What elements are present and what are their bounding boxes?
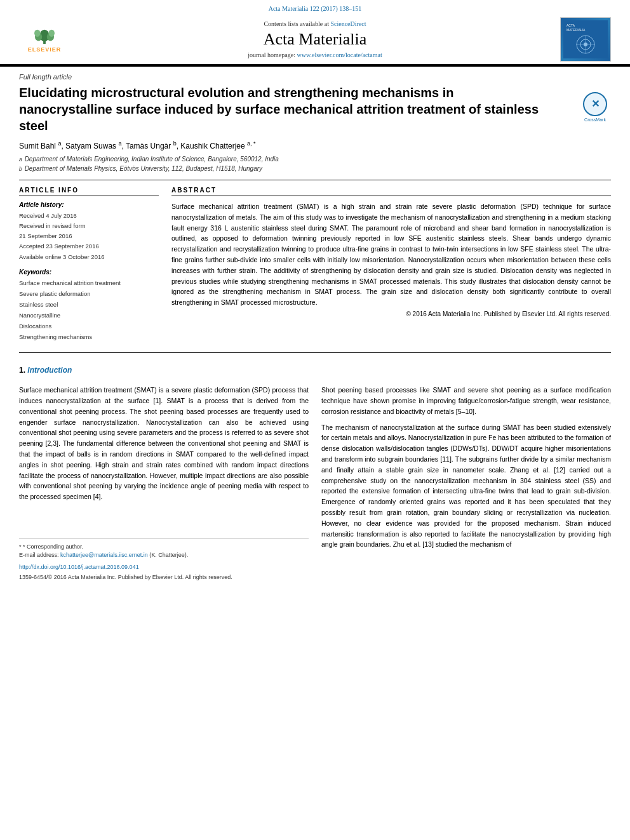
body-section-1: 1. Introduction Surface mechanical attri… [19, 366, 611, 582]
svg-point-4 [34, 30, 40, 37]
svg-text:MATERIALIA: MATERIALIA [566, 28, 586, 32]
elsevier-text: ELSEVIER [28, 46, 62, 53]
affiliation-1: a Department of Materials Engineering, I… [19, 154, 611, 164]
abstract-copyright: © 2016 Acta Materialia Inc. Published by… [171, 310, 611, 317]
section-divider-1 [19, 180, 611, 180]
email-address[interactable]: kchatterjee@materials.iisc.ernet.in [60, 552, 148, 558]
email-label: E-mail address: [19, 552, 59, 558]
keyword-2: Severe plastic deformation [19, 288, 159, 299]
title-crossmark-row: Elucidating microstructural evolution an… [19, 84, 611, 140]
email-footnote: E-mail address: kchatterjee@materials.ii… [19, 551, 309, 560]
svg-text:ACTA: ACTA [566, 23, 575, 27]
author2: Satyam Suwas [65, 142, 116, 150]
affiliations: a Department of Materials Engineering, I… [19, 154, 611, 173]
keyword-5: Dislocations [19, 321, 159, 331]
author4: Kaushik Chatterjee [180, 142, 245, 150]
author3: Tamàs Ungàr [126, 142, 171, 150]
crossmark-label: CrossMark [584, 117, 606, 122]
abstract-col: ABSTRACT Surface mechanical attrition tr… [171, 187, 611, 342]
affil1-super: a [19, 156, 22, 163]
journal-homepage: journal homepage: www.elsevier.com/locat… [76, 51, 554, 58]
intro-heading: Introduction [27, 366, 72, 375]
article-type: Full length article [19, 73, 611, 81]
journal-header: Acta Materialia 122 (2017) 138–151 ELSEV… [0, 0, 630, 65]
keyword-6: Strengthening mechanisms [19, 331, 159, 342]
email-suffix: (K. Chatterjee). [149, 552, 188, 558]
svg-point-5 [49, 30, 55, 37]
info-abstract-cols: ARTICLE INFO Article history: Received 4… [19, 187, 611, 342]
body-left-col: Surface mechanical attrition treatment (… [19, 385, 309, 582]
volume-info-text: Acta Materialia 122 (2017) 138–151 [269, 5, 362, 12]
journal-title-row: ELSEVIER Contents lists available at Sci… [13, 15, 617, 64]
keyword-1: Surface mechanical attrition treatment [19, 277, 159, 288]
body-right-col: Shot peening based processes like SMAT a… [321, 385, 611, 582]
cover-graphic: ACTA MATERIALIA [563, 20, 608, 58]
received-date: Received 4 July 2016 [19, 211, 159, 221]
crossmark-icon: ✕ [583, 92, 607, 116]
affil1-text: Department of Materials Engineering, Ind… [25, 154, 279, 164]
affil2-super: b [19, 165, 22, 173]
body-two-col: Surface mechanical attrition treatment (… [19, 385, 611, 582]
body-left-text: Surface mechanical attrition treatment (… [19, 385, 309, 502]
abstract-text: Surface mechanical attrition treatment (… [171, 201, 611, 308]
corresponding-label: * Corresponding author. [23, 543, 83, 550]
history-label: Article history: [19, 201, 159, 208]
keywords-section: Keywords: Surface mechanical attrition t… [19, 269, 159, 343]
elsevier-tree-icon [32, 26, 57, 45]
author3-super: b [173, 140, 177, 147]
abstract-header: ABSTRACT [171, 187, 611, 196]
accepted-date: Accepted 23 September 2016 [19, 241, 159, 251]
corresponding-note: * * Corresponding author. [19, 543, 309, 552]
author1: Sumit Bahl [19, 142, 56, 150]
authors-line: Sumit Bahl a, Satyam Suwas a, Tamàs Ungà… [19, 140, 611, 150]
article-title: Elucidating microstructural evolution an… [19, 84, 540, 134]
sciencedirect-pre-text: Contents lists available at [264, 20, 328, 27]
body-right-text: Shot peening based processes like SMAT a… [321, 385, 611, 550]
doi-link[interactable]: http://dx.doi.org/10.1016/j.actamat.2016… [19, 563, 309, 571]
footnote-area: * * Corresponding author. E-mail address… [19, 538, 309, 582]
journal-name: Acta Materialia [76, 30, 554, 49]
keywords-list: Surface mechanical attrition treatment S… [19, 277, 159, 343]
author1-super: a [58, 140, 61, 147]
homepage-link[interactable]: www.elsevier.com/locate/actamat [297, 51, 382, 58]
journal-volume-info: Acta Materialia 122 (2017) 138–151 [13, 5, 617, 12]
sciencedirect-link[interactable]: ScienceDirect [330, 20, 366, 27]
page: Acta Materialia 122 (2017) 138–151 ELSEV… [0, 0, 630, 840]
affil2-text: Department of Materials Physics, Eötvös … [25, 164, 262, 173]
affiliation-2: b Department of Materials Physics, Eötvö… [19, 164, 611, 173]
main-content: Full length article Elucidating microstr… [0, 67, 630, 589]
article-info-col: ARTICLE INFO Article history: Received 4… [19, 187, 159, 342]
keywords-label: Keywords: [19, 269, 159, 276]
elsevier-logo: ELSEVIER [16, 23, 73, 55]
intro-section-title: 1. Introduction [19, 366, 611, 375]
article-info-header: ARTICLE INFO [19, 187, 159, 196]
author4-super: a, * [247, 140, 256, 147]
keyword-3: Stainless steel [19, 299, 159, 310]
homepage-label: journal homepage: [248, 51, 295, 58]
sciencedirect-line: Contents lists available at ScienceDirec… [76, 20, 554, 27]
issn-text: 1359-6454/© 2016 Acta Materialia Inc. Pu… [19, 573, 309, 582]
section-divider-2 [19, 352, 611, 353]
journal-cover-area: ACTA MATERIALIA [554, 17, 617, 62]
keyword-4: Nanocrystalline [19, 310, 159, 321]
article-dates: Received 4 July 2016 Received in revised… [19, 211, 159, 262]
revised-date: Received in revised form21 September 201… [19, 221, 159, 241]
acta-cover-image: ACTA MATERIALIA [560, 17, 611, 62]
elsevier-logo-area: ELSEVIER [13, 23, 76, 55]
available-date: Available online 3 October 2016 [19, 252, 159, 262]
author2-super: a [118, 140, 121, 147]
journal-center: Contents lists available at ScienceDirec… [76, 20, 554, 58]
crossmark-badge[interactable]: ✕ CrossMark [579, 91, 611, 123]
section-number: 1. [19, 366, 25, 375]
